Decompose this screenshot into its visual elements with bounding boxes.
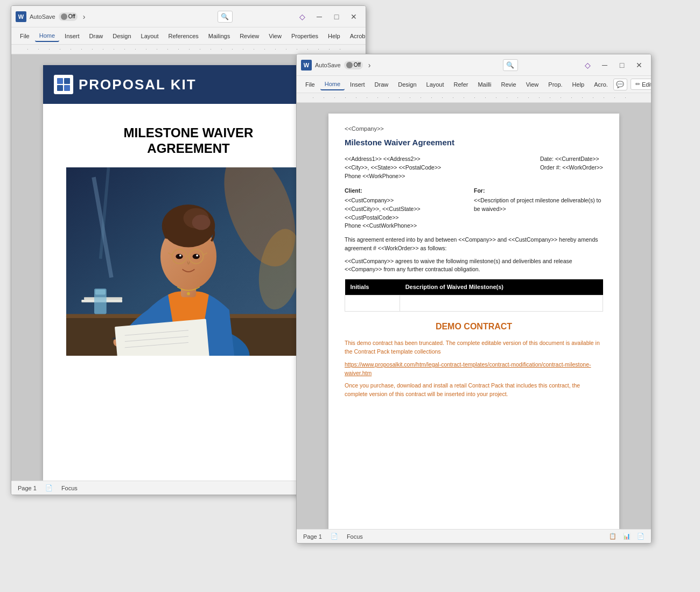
tab-home[interactable]: Home [35, 30, 59, 42]
toggle-dot [61, 13, 67, 20]
autosave-label: AutoSave [30, 13, 55, 20]
editing-button-front[interactable]: ✏ Editing ▾ [631, 79, 652, 90]
cover-image [59, 167, 318, 356]
client-col: Client: <<CustCompany>> <<CustCity>>, <<… [345, 187, 474, 230]
logo-sq-2 [64, 78, 70, 84]
col-initials: Initials [345, 279, 400, 295]
tab-review[interactable]: Review [235, 31, 263, 41]
status-bar-front: Page 1 📄 Focus 📋 📊 📄 [297, 529, 651, 543]
minimize-button-front[interactable]: ─ [597, 59, 612, 71]
tab-file[interactable]: File [16, 31, 34, 41]
client-label: Client: [345, 187, 474, 195]
ruler-line-front [313, 97, 635, 98]
autosave-toggle-front[interactable]: Off [344, 61, 363, 69]
designer-button-front[interactable]: ◇ [580, 59, 595, 71]
tab-review-front[interactable]: Revie [497, 79, 521, 90]
view-icon-front-3[interactable]: 📄 [637, 533, 645, 540]
cust-company: <<CustCompany>> [345, 196, 474, 205]
page-label: Page 1 [18, 485, 37, 491]
minimize-button[interactable]: ─ [312, 11, 327, 23]
ribbon-right-front: 💬 ✏ Editing ▾ [613, 79, 652, 90]
more-button[interactable]: › [81, 11, 88, 22]
for-description: <<Description of project milestone deliv… [474, 196, 603, 214]
tab-help-front[interactable]: Help [568, 79, 589, 90]
tab-home-front[interactable]: Home [320, 79, 345, 90]
demo-text-1: This demo contract has been truncated. T… [345, 339, 603, 357]
tab-acrobat-front[interactable]: Acro. [590, 79, 612, 90]
view-icon-front-2[interactable]: 📊 [623, 533, 631, 540]
tab-view[interactable]: View [264, 31, 286, 41]
col-description: Description of Waived Milestone(s) [400, 279, 603, 295]
tab-help[interactable]: Help [324, 31, 345, 41]
ruler-back [11, 45, 366, 54]
title-bar-center-front: 🔍 [440, 59, 580, 71]
address-left: <<Address1>> <<Address2>> <<City>>, <<St… [345, 155, 441, 180]
more-button-front[interactable]: › [366, 60, 373, 71]
cover-title-line1: MILESTONE WAIVER [59, 125, 318, 141]
tab-design[interactable]: Design [108, 31, 135, 41]
tab-design-front[interactable]: Design [394, 79, 421, 90]
title-bar-right-front: ◇ ─ □ ✕ [580, 59, 647, 71]
table-header-row: Initials Description of Waived Milestone… [345, 279, 603, 295]
comment-button-front[interactable]: 💬 [613, 79, 627, 90]
search-box[interactable]: 🔍 [218, 11, 233, 23]
tab-mailings[interactable]: Mailings [204, 31, 234, 41]
date-label: Date: [540, 156, 554, 162]
city-state: <<City>>, <<State>> <<PostalCode>> [345, 164, 441, 172]
autosave-toggle[interactable]: Off [59, 12, 78, 21]
toggle-label: Off [68, 13, 75, 19]
body-text-2: <<CustCompany>> agrees to waive the foll… [345, 257, 603, 274]
doc-title: Milestone Waiver Agreement [345, 137, 603, 149]
editing-label-front: Editing [642, 81, 652, 88]
phone: Phone <<WorkPhone>> [345, 172, 441, 181]
maximize-button[interactable]: □ [329, 11, 344, 23]
autosave-label-front: AutoSave [315, 62, 341, 68]
title-bar-left: W AutoSave Off › [16, 11, 155, 22]
order-label: Order #: [540, 164, 561, 171]
tab-insert[interactable]: Insert [60, 31, 84, 41]
tab-properties[interactable]: Properties [287, 31, 323, 41]
view-icon-front-1[interactable]: 📋 [609, 533, 617, 540]
title-bar-front: W AutoSave Off › 🔍 ◇ ─ □ ✕ [297, 54, 651, 76]
tab-layout[interactable]: Layout [137, 31, 163, 41]
document-page-front: <<Company>> Milestone Waiver Agreement <… [328, 114, 619, 529]
word-icon: W [16, 11, 26, 22]
close-button[interactable]: ✕ [346, 11, 361, 23]
document-page-back: PROPOSAL KIT MILESTONE WAIVER AGREEMENT [43, 65, 334, 481]
tab-insert-front[interactable]: Insert [346, 79, 369, 90]
demo-link[interactable]: https://www.proposalkit.com/htm/legal-co… [345, 361, 603, 378]
address1: <<Address1>> <<Address2>> [345, 155, 441, 164]
cust-city-state: <<CustCity>>, <<CustState>> [345, 205, 474, 214]
company-placeholder: <<Company>> [345, 124, 603, 133]
tab-mailings-front[interactable]: Mailli [473, 79, 495, 90]
word-window-front: W AutoSave Off › 🔍 ◇ ─ □ ✕ File Home Ins… [296, 54, 652, 544]
word-icon-front: W [301, 60, 312, 71]
tab-file-front[interactable]: File [301, 79, 319, 90]
tab-draw[interactable]: Draw [85, 31, 108, 41]
table-cell-desc [400, 295, 603, 311]
maximize-button-front[interactable]: □ [614, 59, 629, 71]
proposal-kit-title: PROPOSAL KIT [79, 76, 197, 93]
close-button-front[interactable]: ✕ [632, 59, 647, 71]
cover-title: MILESTONE WAIVER AGREEMENT [59, 125, 318, 157]
tab-view-front[interactable]: View [522, 79, 543, 90]
tab-acrobat[interactable]: Acrobat [346, 31, 366, 41]
tab-draw-front[interactable]: Draw [370, 79, 393, 90]
tab-properties-front[interactable]: Prop. [544, 79, 566, 90]
table-cell-initials [345, 295, 400, 311]
tab-references[interactable]: References [164, 31, 203, 41]
cover-svg [59, 167, 318, 356]
pencil-icon-front: ✏ [635, 81, 640, 88]
tab-layout-front[interactable]: Layout [422, 79, 449, 90]
body-text-1: This agreement entered into by and betwe… [345, 236, 603, 253]
title-bar-left-front: W AutoSave Off › [301, 60, 440, 71]
designer-button[interactable]: ◇ [295, 11, 310, 23]
tab-references-front[interactable]: Refer [450, 79, 473, 90]
milestones-table: Initials Description of Waived Milestone… [345, 279, 603, 312]
search-box-front[interactable]: 🔍 [503, 59, 518, 71]
title-bar-back: W AutoSave Off › 🔍 ◇ ─ □ ✕ [11, 6, 366, 27]
svg-point-23 [176, 253, 183, 258]
ribbon-back: File Home Insert Draw Design Layout Refe… [11, 27, 366, 45]
focus-label[interactable]: Focus [61, 485, 78, 491]
focus-label-front[interactable]: Focus [347, 533, 363, 540]
